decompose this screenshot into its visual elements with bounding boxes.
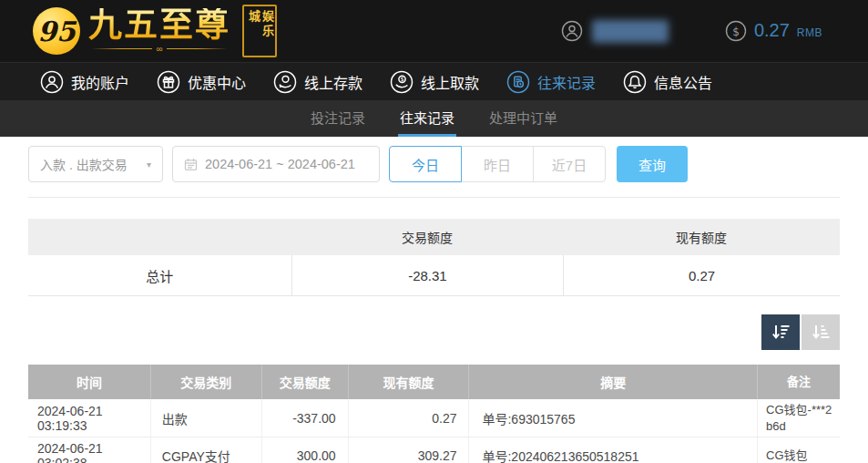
- tab-betting-records[interactable]: 投注记录: [309, 100, 367, 137]
- transaction-type-select[interactable]: 入款 . 出款交易 ▾: [28, 146, 163, 182]
- cell-type: 出款: [151, 399, 262, 437]
- user-account-area[interactable]: [561, 20, 669, 43]
- sort-descending-icon: [770, 322, 791, 344]
- summary-transaction-total: -28.31: [291, 255, 563, 295]
- brand-subtitle: 娱乐城: [242, 5, 277, 57]
- summary-header-balance: 现有额度: [563, 219, 840, 255]
- section-divider: [28, 197, 840, 198]
- user-circle-icon: [40, 70, 64, 94]
- summary-header-transaction: 交易额度: [291, 219, 563, 255]
- transactions-table: 时间 交易类别 交易额度 现有额度 摘要 备注 2024-06-21 03:19…: [28, 365, 840, 463]
- balance-value: 0.27: [754, 20, 790, 41]
- cell-balance: 0.27: [349, 399, 470, 437]
- header-summary: 摘要: [469, 365, 758, 399]
- nav-item-transaction-records[interactable]: 往来记录: [506, 70, 596, 94]
- header-balance: 现有额度: [349, 365, 470, 399]
- cell-type: CGPAY支付: [151, 437, 262, 463]
- tab-transaction-records[interactable]: 往来记录: [398, 100, 456, 137]
- balance-display: $ 0.27 RMB: [725, 20, 822, 42]
- sort-ascending-button[interactable]: [802, 314, 840, 350]
- summary-header-blank: [28, 219, 291, 255]
- nav-label: 我的账户: [71, 71, 129, 93]
- table-header-row: 时间 交易类别 交易额度 现有额度 摘要 备注: [28, 365, 840, 399]
- search-button[interactable]: 查询: [617, 146, 688, 182]
- sort-descending-button[interactable]: [761, 314, 800, 350]
- filter-row: 入款 . 出款交易 ▾ 2024-06-21 ~ 2024-06-21 今日 昨…: [28, 146, 840, 182]
- date-range-input[interactable]: 2024-06-21 ~ 2024-06-21: [172, 146, 380, 182]
- svg-text:$: $: [732, 26, 740, 38]
- calendar-icon: [184, 158, 198, 171]
- nav-label: 优惠中心: [188, 71, 246, 93]
- sort-controls: [28, 314, 840, 350]
- last7days-button[interactable]: 近7日: [533, 146, 606, 182]
- tab-label: 往来记录: [400, 108, 454, 127]
- top-header: 95 九五至尊 ∞ 娱乐城 $ 0.27 RMB: [0, 0, 868, 62]
- nav-label: 线上存款: [304, 71, 363, 93]
- header-type: 交易类别: [151, 365, 262, 399]
- content-area: 入款 . 出款交易 ▾ 2024-06-21 ~ 2024-06-21 今日 昨…: [0, 137, 868, 463]
- nav-item-deposit[interactable]: 线上存款: [273, 70, 363, 94]
- username-redacted: [592, 20, 669, 43]
- summary-total-row: 总计 -28.31 0.27: [28, 255, 840, 296]
- nav-item-announcements[interactable]: 信息公告: [623, 70, 712, 94]
- nav-item-withdraw[interactable]: $ 线上取款: [390, 70, 479, 94]
- dollar-icon: $: [725, 20, 747, 42]
- sub-tab-bar: 投注记录 往来记录 处理中订单: [0, 100, 868, 137]
- user-icon: [561, 20, 583, 42]
- cell-time: 2024-06-21 03:19:33: [28, 399, 151, 437]
- logo-text: 九五至尊 ∞: [88, 8, 230, 55]
- main-nav: 我的账户 优惠中心 线上存款 $: [0, 62, 868, 100]
- summary-balance-total: 0.27: [563, 255, 840, 295]
- date-range-value: 2024-06-21 ~ 2024-06-21: [205, 157, 355, 171]
- logo-95-icon: 95: [33, 7, 80, 55]
- gift-icon: [157, 70, 180, 94]
- cell-balance: 309.27: [349, 437, 470, 463]
- table-row: 2024-06-21 03:02:38 CGPAY支付 300.00 309.2…: [28, 437, 840, 463]
- summary-total-label: 总计: [28, 255, 291, 295]
- bell-icon: [623, 70, 647, 94]
- balance-currency: RMB: [797, 26, 822, 39]
- tab-label: 处理中订单: [489, 108, 557, 127]
- quick-range-group: 今日 昨日 近7日: [389, 146, 606, 182]
- svg-text:$: $: [400, 76, 403, 83]
- nav-item-my-account[interactable]: 我的账户: [40, 70, 129, 94]
- cell-amount: 300.00: [262, 437, 349, 463]
- tab-label: 投注记录: [311, 108, 365, 127]
- cell-remark: CG钱包-***2b6d: [758, 399, 840, 437]
- nav-label: 线上取款: [421, 71, 479, 93]
- deposit-coin-icon: [273, 70, 297, 94]
- select-value: 入款 . 出款交易: [40, 155, 128, 173]
- chevron-down-icon: ▾: [147, 159, 151, 170]
- nav-label: 信息公告: [654, 71, 712, 93]
- header-time: 时间: [28, 365, 151, 399]
- brand-logo[interactable]: 95 九五至尊 ∞ 娱乐城: [33, 5, 277, 57]
- cell-amount: -337.00: [262, 399, 349, 437]
- cell-remark: CG钱包: [758, 437, 840, 463]
- cell-summary: 单号:202406213650518251: [469, 437, 758, 463]
- cell-summary: 单号:693015765: [469, 399, 758, 437]
- brand-title: 九五至尊: [88, 8, 230, 44]
- records-clipboard-icon: [506, 70, 530, 94]
- header-remark: 备注: [758, 365, 840, 399]
- header-amount: 交易额度: [262, 365, 349, 399]
- summary-header-row: 交易额度 现有额度: [28, 219, 840, 255]
- logo-flourish-decoration: ∞: [91, 44, 228, 54]
- nav-item-promotions[interactable]: 优惠中心: [157, 70, 246, 94]
- yesterday-button[interactable]: 昨日: [461, 146, 534, 182]
- withdraw-coin-icon: $: [390, 70, 414, 94]
- today-button[interactable]: 今日: [389, 146, 462, 182]
- sort-ascending-icon: [810, 322, 832, 344]
- summary-table: 交易额度 现有额度 总计 -28.31 0.27: [28, 219, 840, 296]
- cell-time: 2024-06-21 03:02:38: [28, 437, 151, 463]
- nav-label: 往来记录: [537, 71, 596, 93]
- tab-pending-orders[interactable]: 处理中订单: [487, 100, 559, 137]
- table-row: 2024-06-21 03:19:33 出款 -337.00 0.27 单号:6…: [28, 399, 840, 437]
